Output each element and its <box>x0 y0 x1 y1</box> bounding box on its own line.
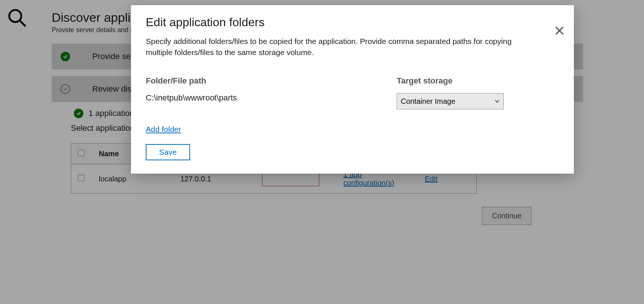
folder-path-value: C:\inetpub\wwwroot\parts <box>146 93 397 103</box>
close-icon[interactable] <box>554 25 565 38</box>
dialog-description: Specify additional folders/files to be c… <box>146 36 537 58</box>
add-folder-link[interactable]: Add folder <box>146 125 181 134</box>
target-storage-header: Target storage <box>397 76 559 86</box>
edit-folders-dialog: Edit application folders Specify additio… <box>131 5 574 174</box>
dialog-title: Edit application folders <box>146 16 559 29</box>
target-storage-select[interactable]: Container Image <box>397 93 504 109</box>
save-button[interactable]: Save <box>146 144 190 160</box>
folder-path-header: Folder/File path <box>146 76 397 86</box>
